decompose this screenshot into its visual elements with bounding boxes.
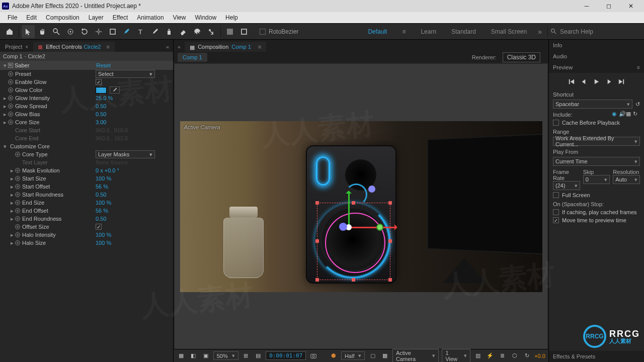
minimize-button[interactable]: ─ [576, 0, 598, 12]
fast-preview-icon[interactable]: ⚡ [486, 351, 495, 361]
fullscreen-checkbox[interactable]: Full Screen [553, 192, 640, 198]
search-help[interactable]: Search Help [550, 28, 641, 35]
keyframe-toggle[interactable] [8, 71, 13, 76]
exposure-value[interactable]: +0.0 [534, 353, 545, 359]
tab-composition[interactable]: ▦ Composition Comp 1 ≡ [185, 42, 266, 52]
orbit-tool[interactable] [64, 25, 77, 38]
roto-tool[interactable] [191, 25, 204, 38]
panel-info[interactable]: Info [549, 40, 644, 51]
menu-view[interactable]: View [169, 12, 191, 23]
skip-dropdown[interactable]: 0 [583, 175, 610, 184]
channel-icon[interactable]: ◧ [189, 351, 198, 361]
panel-effects-presets[interactable]: Effects & Presets [549, 351, 644, 362]
snapshot-icon[interactable] [309, 351, 318, 361]
views-dropdown[interactable]: 1 View [442, 349, 470, 363]
anchor-tool[interactable] [92, 25, 105, 38]
panel-prev-icon[interactable]: « [174, 42, 185, 52]
playfrom-dropdown[interactable]: Current Time [553, 157, 640, 166]
glow-intensity-value[interactable]: 25.0 % [96, 95, 113, 101]
fx-toggle-icon[interactable]: fx [8, 63, 13, 68]
camera-dropdown[interactable]: Active Camera [392, 349, 439, 363]
roi-icon[interactable]: ▢ [368, 351, 377, 361]
viewport[interactable]: Active Camera [175, 64, 547, 349]
pen-tool[interactable] [120, 25, 133, 38]
color-mgmt-icon[interactable]: ⬢ [329, 351, 338, 361]
first-frame-button[interactable] [568, 78, 575, 85]
brush-tool[interactable] [148, 25, 162, 38]
res-full-icon[interactable]: ⊞ [242, 351, 251, 361]
home-icon[interactable] [3, 25, 16, 38]
prev-frame-button[interactable] [580, 78, 588, 85]
play-button[interactable] [593, 78, 600, 85]
next-frame-button[interactable] [605, 78, 613, 85]
onstop-cache-checkbox[interactable]: If caching, play cached frames [553, 209, 640, 215]
current-time[interactable]: 0:00:01:07 [266, 351, 306, 360]
preview-res-dropdown[interactable]: Auto [613, 175, 640, 184]
menu-effect[interactable]: Effect [108, 12, 132, 23]
reset-link[interactable]: Reset [96, 62, 111, 68]
workspace-standard[interactable]: Standard [444, 28, 483, 35]
panel-audio[interactable]: Audio [549, 51, 644, 62]
workspace-smallscreen[interactable]: Small Screen [484, 28, 534, 35]
include-loop-icon[interactable]: ↻ [633, 111, 640, 118]
menu-window[interactable]: Window [190, 12, 221, 23]
include-video-icon[interactable]: ◉ [612, 111, 619, 118]
include-audio-icon[interactable]: 🔊 [619, 111, 626, 118]
effect-header-saber[interactable]: ▾ fx Saber Reset [0, 61, 173, 70]
range-dropdown[interactable]: Work Area Extended By Current... [553, 137, 640, 146]
grid-icon[interactable]: ▤ [254, 351, 263, 361]
workspace-learn[interactable]: Learn [414, 28, 443, 35]
tab-effect-controls[interactable]: Effect Controls Circle2 ≡ [33, 42, 115, 52]
menu-layer[interactable]: Layer [84, 12, 108, 23]
shortcut-dropdown[interactable]: Spacebar [553, 100, 632, 109]
rotate-tool[interactable] [78, 25, 91, 38]
pixel-aspect-icon[interactable]: ▥ [473, 351, 482, 361]
enable-glow-checkbox[interactable]: ✓ [96, 79, 102, 85]
menu-animation[interactable]: Animation [132, 12, 168, 23]
menu-file[interactable]: File [3, 12, 22, 23]
cache-checkbox[interactable]: Cache Before Playback [553, 120, 640, 126]
eyedropper-icon[interactable] [110, 86, 120, 94]
renderer-dropdown[interactable]: Classic 3D [503, 52, 540, 62]
eraser-tool[interactable] [177, 25, 190, 38]
timeline-icon[interactable]: ≣ [498, 351, 507, 361]
tab-project[interactable]: Project× [0, 42, 33, 52]
panel-prev-icon[interactable]: « [162, 42, 173, 52]
last-frame-button[interactable] [618, 78, 625, 85]
resolution-dropdown[interactable]: Half [341, 351, 365, 360]
comp-breadcrumb[interactable]: Comp 1 [178, 53, 207, 62]
preset-dropdown[interactable]: Select [96, 70, 155, 78]
menu-composition[interactable]: Composition [41, 12, 84, 23]
puppet-tool[interactable] [205, 25, 218, 38]
close-button[interactable]: ✕ [620, 0, 642, 12]
selection-tool[interactable] [22, 25, 35, 38]
shape-tool[interactable] [106, 25, 119, 38]
close-icon[interactable]: × [25, 44, 28, 50]
framerate-dropdown[interactable]: (24) [553, 181, 580, 190]
reset-icon[interactable]: ↺ [635, 101, 640, 108]
type-tool[interactable]: T [134, 25, 147, 38]
workspace-default[interactable]: Default [361, 28, 394, 35]
hand-tool[interactable] [36, 25, 49, 38]
workspace-overflow[interactable]: » [535, 28, 545, 36]
flowchart-icon[interactable]: ⬡ [510, 351, 519, 361]
core-type-dropdown[interactable]: Layer Masks [96, 150, 155, 158]
include-overlay-icon[interactable]: ▦ [626, 111, 633, 118]
zoom-dropdown[interactable]: 50% [213, 351, 238, 360]
reset-exposure-icon[interactable]: ↻ [522, 351, 531, 361]
glow-color-swatch[interactable] [96, 87, 107, 94]
offset-size-checkbox[interactable]: ✓ [96, 224, 102, 230]
transparency-icon[interactable]: ▩ [380, 351, 389, 361]
menu-help[interactable]: Help [221, 12, 243, 23]
onstop-move-checkbox[interactable]: ✓Move time to preview time [553, 217, 640, 223]
alpha-icon[interactable]: ▦ [177, 351, 186, 361]
fill-swatch[interactable] [223, 25, 236, 38]
mask-icon[interactable]: ▣ [201, 351, 210, 361]
zoom-tool[interactable] [50, 25, 63, 38]
clone-tool[interactable] [163, 25, 176, 38]
panel-menu-icon[interactable]: ≡ [637, 64, 640, 70]
stroke-swatch[interactable] [237, 25, 251, 38]
maximize-button[interactable]: ◻ [598, 0, 620, 12]
rotobezier-checkbox[interactable] [260, 29, 266, 35]
panel-preview[interactable]: Preview≡ [549, 62, 644, 73]
